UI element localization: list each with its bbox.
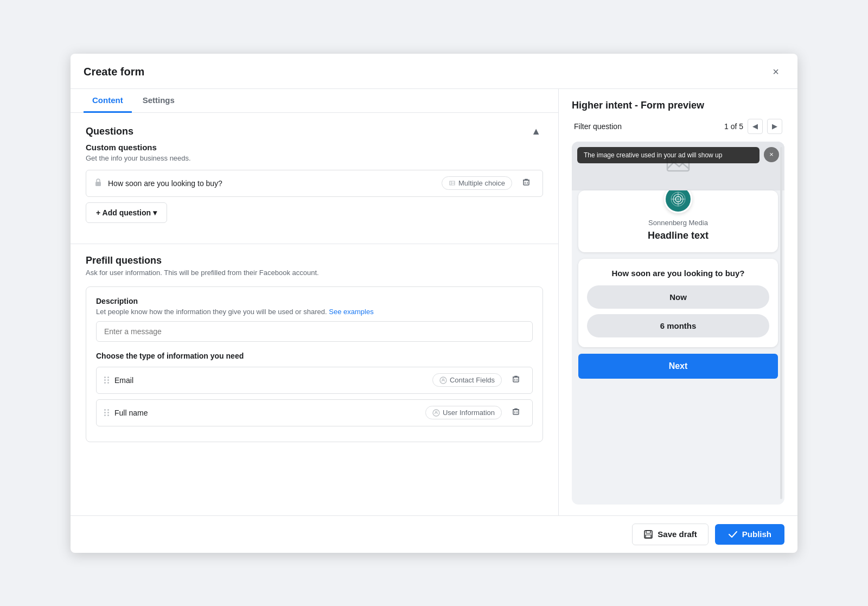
svg-point-13 <box>435 411 437 413</box>
preview-question-text: How soon are you looking to buy? <box>587 269 769 278</box>
prefill-desc: Ask for user information. This will be p… <box>86 269 543 277</box>
close-button[interactable]: × <box>767 63 784 81</box>
tabs-container: Content Settings <box>71 89 558 113</box>
svg-rect-4 <box>524 180 529 185</box>
preview-headline: Headline text <box>648 230 709 241</box>
svg-point-8 <box>442 379 444 380</box>
fullname-field-name: Full name <box>114 409 420 417</box>
modal-body: Content Settings Questions ▲ Custom ques… <box>71 89 797 515</box>
preview-scrollbar <box>780 147 782 499</box>
prefill-section: Prefill questions Ask for user informati… <box>71 244 558 457</box>
email-badge: Contact Fields <box>432 373 502 387</box>
tab-content[interactable]: Content <box>84 89 132 113</box>
preview-option-6months[interactable]: 6 months <box>587 314 769 337</box>
preview-close-icon: × <box>764 147 779 162</box>
email-info-item: Email Contact Fields <box>96 367 533 394</box>
description-label: Description <box>96 297 533 305</box>
question-type-badge: Multiple choice <box>442 176 512 190</box>
description-sub: Let people know how the information they… <box>96 308 533 316</box>
questions-section: Questions ▲ Custom questions Get the inf… <box>71 113 558 244</box>
ad-creative-tooltip: The image creative used in your ad will … <box>577 147 760 163</box>
brand-logo <box>664 190 692 213</box>
filter-label: Filter question <box>574 122 622 131</box>
page-info: 1 of 5 <box>724 122 743 131</box>
tab-settings[interactable]: Settings <box>134 89 183 113</box>
prefill-box: Description Let people know how the info… <box>86 286 543 442</box>
preview-title: Higher intent - Form preview <box>572 100 784 111</box>
svg-rect-26 <box>646 535 651 538</box>
save-draft-button[interactable]: Save draft <box>632 524 709 545</box>
delete-question-button[interactable] <box>518 176 535 191</box>
delete-fullname-button[interactable] <box>507 405 525 420</box>
lock-icon <box>94 178 103 189</box>
question-item: How soon are you looking to buy? Multipl… <box>86 170 543 197</box>
preview-next-button[interactable]: Next <box>578 354 778 379</box>
question-type-label: Multiple choice <box>458 179 505 187</box>
svg-rect-14 <box>513 410 519 414</box>
left-content: Questions ▲ Custom questions Get the inf… <box>71 113 558 515</box>
see-examples-link[interactable]: See examples <box>329 308 373 316</box>
questions-title: Questions <box>86 126 133 137</box>
custom-questions-subsection: Custom questions Get the info your busin… <box>86 143 543 223</box>
publish-label: Publish <box>742 530 771 539</box>
filter-question-row: Filter question 1 of 5 ◀ ▶ <box>572 119 784 134</box>
questions-section-header: Questions ▲ <box>86 124 543 139</box>
save-draft-label: Save draft <box>658 530 697 539</box>
save-draft-icon <box>643 530 653 539</box>
drag-handle-email[interactable] <box>104 377 109 384</box>
preview-brand-card: Sonnenberg Media Headline text <box>578 190 778 252</box>
fullname-badge-label: User Information <box>443 409 495 417</box>
brand-name: Sonnenberg Media <box>648 219 708 227</box>
modal-header: Create form × <box>71 54 797 89</box>
right-panel: Higher intent - Form preview Filter ques… <box>559 89 797 515</box>
custom-questions-title: Custom questions <box>86 143 543 152</box>
delete-email-button[interactable] <box>507 373 525 388</box>
add-question-button[interactable]: + Add question ▾ <box>86 202 167 223</box>
email-badge-label: Contact Fields <box>450 376 495 384</box>
modal-title: Create form <box>84 66 144 78</box>
drag-handle-fullname[interactable] <box>104 409 109 416</box>
left-panel: Content Settings Questions ▲ Custom ques… <box>71 89 559 515</box>
prefill-title: Prefill questions <box>86 255 543 266</box>
preview-brand-area: Sonnenberg Media Headline text <box>578 190 778 252</box>
svg-rect-9 <box>513 377 519 382</box>
modal-footer: Save draft Publish <box>71 515 797 553</box>
fullname-badge: User Information <box>425 406 502 419</box>
prev-page-button[interactable]: ◀ <box>748 119 763 134</box>
svg-rect-0 <box>95 182 101 186</box>
choose-label: Choose the type of information you need <box>96 352 533 360</box>
message-input[interactable] <box>96 321 533 342</box>
phone-preview: × The image creative used in your ad wil… <box>572 142 784 505</box>
preview-question-card: How soon are you looking to buy? Now 6 m… <box>578 259 778 347</box>
pagination-row: 1 of 5 ◀ ▶ <box>724 119 782 134</box>
publish-button[interactable]: Publish <box>715 524 784 545</box>
fullname-info-item: Full name User Information <box>96 399 533 426</box>
next-page-button[interactable]: ▶ <box>767 119 782 134</box>
email-field-name: Email <box>114 376 427 385</box>
question-text: How soon are you looking to buy? <box>108 179 436 188</box>
preview-option-now[interactable]: Now <box>587 285 769 309</box>
collapse-questions-button[interactable]: ▲ <box>529 124 543 139</box>
publish-icon <box>728 530 738 539</box>
create-form-modal: Create form × Content Settings Questions… <box>71 54 797 553</box>
custom-questions-desc: Get the info your business needs. <box>86 154 543 162</box>
